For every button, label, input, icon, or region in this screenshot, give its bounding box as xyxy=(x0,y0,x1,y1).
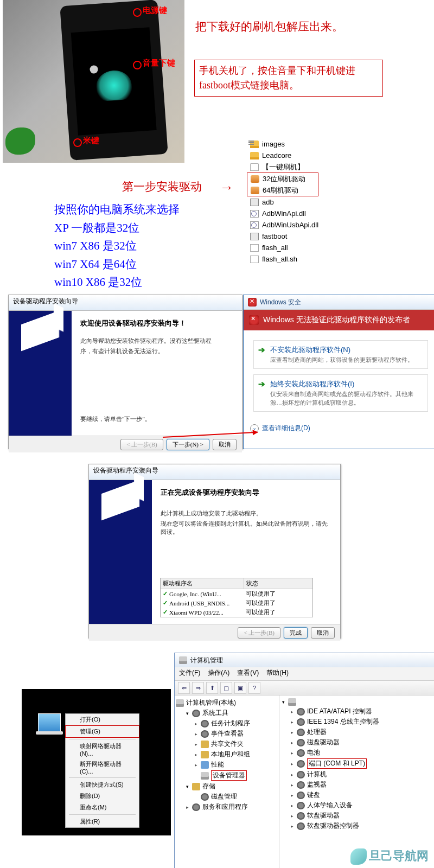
menu-item[interactable]: 操作(A) xyxy=(208,668,229,679)
tree-node[interactable]: 设备管理器 xyxy=(176,770,278,781)
toolbar: ⇐ ⇒ ⬆ ▢ ▣ ? xyxy=(175,681,434,695)
expand-icon[interactable]: ▾ xyxy=(280,699,286,705)
tree-root[interactable]: ▾ xyxy=(280,698,433,706)
expand-icon[interactable]: ▸ xyxy=(289,709,295,714)
tree-node[interactable]: 磁盘管理 xyxy=(176,792,278,802)
expand-icon[interactable]: ▸ xyxy=(193,742,199,747)
tree-node[interactable]: ▸任务计划程序 xyxy=(176,718,278,729)
tree-node[interactable]: ▸电池 xyxy=(280,748,433,758)
expand-icon[interactable]: ▸ xyxy=(289,793,295,798)
tree-node[interactable]: ▸IDE ATA/ATAPI 控制器 xyxy=(280,706,433,717)
computer-icon[interactable] xyxy=(38,713,61,732)
driver-row: ✓Android (USB_RNDIS...可以使用了 xyxy=(161,598,312,608)
tree-node[interactable]: ▸监视器 xyxy=(280,780,433,790)
node-icon xyxy=(297,749,305,757)
tree-node[interactable]: ▸磁盘驱动器 xyxy=(280,737,433,748)
expand-icon[interactable]: ▸ xyxy=(193,752,199,757)
tree-node[interactable]: ▸计算机 xyxy=(280,769,433,780)
menu-item[interactable]: 映射网络驱动器(N)... xyxy=(66,741,139,758)
menu-item[interactable]: 文件(F) xyxy=(179,668,200,679)
expand-icon[interactable]: ▸ xyxy=(289,803,295,808)
expand-icon[interactable]: ▸ xyxy=(289,761,295,767)
security-title-text: Windows 安全 xyxy=(260,298,301,307)
tree-node[interactable]: ▸IEEE 1394 总线主控制器 xyxy=(280,717,433,727)
tree-node[interactable]: ▸软盘驱动器 xyxy=(280,810,433,821)
tree-node[interactable]: ▸端口 (COM 和 LPT) xyxy=(280,758,433,769)
expand-icon[interactable]: ▸ xyxy=(289,730,295,735)
watermark: 旦己导航网 xyxy=(350,848,429,865)
sh-icon xyxy=(250,244,259,252)
file-item[interactable]: AdbWinUsbApi.dll xyxy=(247,219,318,231)
tree-root[interactable]: 计算机管理(本地) xyxy=(176,698,278,708)
menu-item[interactable]: 打开(O) xyxy=(66,714,139,725)
file-item[interactable]: 【一键刷机】 xyxy=(247,161,318,173)
cancel-button[interactable]: 取消 xyxy=(213,439,237,450)
node-icon xyxy=(192,710,200,717)
expand-icon[interactable]: ▸ xyxy=(289,782,295,788)
next-button[interactable]: 下一步(N) > xyxy=(167,439,209,450)
menu-item[interactable]: 管理(G) xyxy=(65,725,139,738)
forward-button[interactable]: ⇒ xyxy=(192,682,204,694)
menu-item[interactable]: 查看(V) xyxy=(237,668,259,679)
pkg-icon xyxy=(251,187,259,194)
file-item[interactable]: flash_all.sh xyxy=(247,253,318,265)
file-item[interactable]: 32位刷机驱动 xyxy=(247,173,318,184)
tree-node[interactable]: ▸处理器 xyxy=(280,727,433,737)
file-item[interactable]: fastboot xyxy=(247,231,318,242)
expand-icon[interactable]: ▾ xyxy=(184,784,190,789)
wizard-icon xyxy=(21,311,59,352)
context-menu: 打开(O)管理(G)映射网络驱动器(N)...断开网络驱动器(C)...创建快捷… xyxy=(65,713,139,828)
expand-icon[interactable]: ▸ xyxy=(289,824,295,829)
expand-icon[interactable]: ▸ xyxy=(193,762,199,768)
driver-row: ✓Xiaomi WPD (03/22...可以使用了 xyxy=(161,608,312,617)
file-item[interactable]: adb xyxy=(247,196,318,208)
tree-node[interactable]: ▸事件查看器 xyxy=(176,729,278,739)
tree-node[interactable]: ▸共享文件夹 xyxy=(176,739,278,749)
tree-node[interactable]: ▾存储 xyxy=(176,781,278,792)
wizard-line: 序，有些计算机设备无法运行。 xyxy=(80,347,233,355)
expand-icon[interactable]: ▸ xyxy=(193,721,199,726)
back-button[interactable]: ⇐ xyxy=(178,682,190,694)
finish-button[interactable]: 完成 xyxy=(284,627,308,639)
file-item[interactable]: 64刷机驱动 xyxy=(247,184,318,196)
expand-icon[interactable]: ▸ xyxy=(289,772,295,777)
file-item[interactable]: flash_all xyxy=(247,242,318,253)
tree-node[interactable]: ▸本地用户和组 xyxy=(176,749,278,760)
tree-node[interactable]: ▸人体学输入设备 xyxy=(280,800,433,810)
menu-item[interactable]: 帮助(H) xyxy=(266,668,289,679)
details-expander[interactable]: ⌄ 查看详细信息(D) xyxy=(244,420,434,436)
option-dont-install[interactable]: ➔ 不安装此驱动程序软件(N) 应查看制造商的网站，获得设备的更新驱动程序软件。 xyxy=(253,340,428,369)
expand-icon[interactable]: ▸ xyxy=(289,740,295,745)
help-button[interactable]: ? xyxy=(248,682,260,694)
file-item[interactable]: images xyxy=(247,138,318,150)
option-always-install[interactable]: ➔ 始终安装此驱动程序软件(I) 仅安装来自制造商网站或光盘的驱动程序软件。其他… xyxy=(253,374,428,412)
expand-icon[interactable]: ▸ xyxy=(193,731,199,737)
file-item[interactable]: AdbWinApi.dll xyxy=(247,208,318,219)
tree-node[interactable]: ▸服务和应用程序 xyxy=(176,802,278,812)
tree-node[interactable]: ▸性能 xyxy=(176,760,278,770)
menu-item[interactable]: 属性(R) xyxy=(66,816,139,827)
refresh-button[interactable]: ▣ xyxy=(234,682,246,694)
menu-item[interactable]: 断开网络驱动器(C)... xyxy=(66,758,139,776)
tree-node[interactable]: ▸软盘驱动器控制器 xyxy=(280,821,433,831)
node-icon xyxy=(297,812,305,820)
menu-item[interactable]: 删除(D) xyxy=(66,790,139,802)
up-button[interactable]: ⬆ xyxy=(206,682,218,694)
expand-icon[interactable]: ▸ xyxy=(289,719,295,725)
file-item[interactable]: Leadcore xyxy=(247,150,318,161)
driver-status: 可以使用了 xyxy=(244,590,312,598)
security-banner: Windows 无法验证此驱动程序软件的发布者 xyxy=(244,310,434,330)
menu-item[interactable]: 创建快捷方式(S) xyxy=(66,779,139,790)
watermark-icon xyxy=(350,848,367,865)
wizard-heading: 欢迎使用设备驱动程序安装向导！ xyxy=(80,318,233,328)
props-button[interactable]: ▢ xyxy=(220,682,232,694)
expand-icon[interactable]: ▾ xyxy=(184,711,190,716)
expand-icon[interactable]: ▸ xyxy=(184,805,190,810)
cancel-button[interactable]: 取消 xyxy=(311,627,335,639)
menu-item[interactable]: 重命名(M) xyxy=(66,802,139,813)
intro-text: 把下载好的刷机包解压出来。 xyxy=(195,19,343,34)
tree-node[interactable]: ▸键盘 xyxy=(280,790,433,800)
expand-icon[interactable]: ▸ xyxy=(289,813,295,819)
tree-node[interactable]: ▾系统工具 xyxy=(176,708,278,718)
expand-icon[interactable]: ▸ xyxy=(289,750,295,756)
